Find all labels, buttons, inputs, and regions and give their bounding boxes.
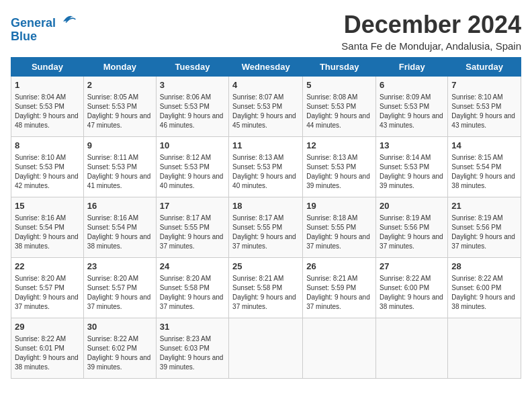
- sunrise-text: Sunrise: 8:20 AM: [160, 275, 211, 282]
- day-number: 21: [451, 200, 517, 212]
- col-friday: Friday: [376, 58, 448, 77]
- daylight-text: Daylight: 9 hours and 39 minutes.: [87, 354, 151, 371]
- sunset-text: Sunset: 5:54 PM: [451, 163, 501, 171]
- col-monday: Monday: [83, 58, 156, 77]
- day-number: 12: [306, 140, 372, 152]
- day-number: 24: [160, 261, 225, 273]
- sunset-text: Sunset: 5:55 PM: [232, 224, 282, 231]
- calendar-week-row: 1Sunrise: 8:04 AMSunset: 5:53 PMDaylight…: [11, 77, 521, 137]
- col-tuesday: Tuesday: [156, 58, 228, 77]
- sunset-text: Sunset: 5:55 PM: [160, 224, 210, 231]
- daylight-text: Daylight: 9 hours and 38 minutes.: [380, 293, 443, 310]
- table-row: 9Sunrise: 8:11 AMSunset: 5:53 PMDaylight…: [83, 137, 156, 197]
- sunset-text: Sunset: 5:53 PM: [306, 103, 356, 110]
- sunrise-text: Sunrise: 8:16 AM: [15, 214, 66, 222]
- col-wednesday: Wednesday: [229, 58, 303, 77]
- day-number: 10: [160, 140, 225, 152]
- table-row: 6Sunrise: 8:09 AMSunset: 5:53 PMDaylight…: [376, 77, 448, 137]
- daylight-text: Daylight: 9 hours and 37 minutes.: [232, 293, 296, 310]
- sunset-text: Sunset: 5:53 PM: [15, 103, 64, 110]
- sunset-text: Sunset: 5:53 PM: [232, 163, 282, 171]
- table-row: 28Sunrise: 8:22 AMSunset: 6:00 PMDayligh…: [448, 258, 521, 318]
- sunrise-text: Sunrise: 8:10 AM: [451, 93, 502, 101]
- day-number: 25: [232, 261, 299, 273]
- title-block: December 2024 Santa Fe de Mondujar, Anda…: [341, 11, 521, 52]
- sunset-text: Sunset: 6:01 PM: [15, 345, 64, 352]
- daylight-text: Daylight: 9 hours and 38 minutes.: [15, 233, 79, 250]
- sunrise-text: Sunrise: 8:08 AM: [306, 93, 357, 101]
- col-saturday: Saturday: [448, 58, 521, 77]
- sunrise-text: Sunrise: 8:21 AM: [232, 275, 283, 282]
- table-row: 13Sunrise: 8:14 AMSunset: 5:53 PMDayligh…: [376, 137, 448, 197]
- sunrise-text: Sunrise: 8:04 AM: [15, 93, 66, 101]
- day-number: 29: [15, 321, 80, 333]
- daylight-text: Daylight: 9 hours and 37 minutes.: [451, 233, 515, 250]
- logo: General Blue: [11, 11, 77, 44]
- sunset-text: Sunset: 5:53 PM: [380, 103, 429, 110]
- daylight-text: Daylight: 9 hours and 46 minutes.: [160, 112, 224, 129]
- table-row: 29Sunrise: 8:22 AMSunset: 6:01 PMDayligh…: [11, 318, 84, 379]
- daylight-text: Daylight: 9 hours and 37 minutes.: [87, 293, 151, 310]
- calendar-table: Sunday Monday Tuesday Wednesday Thursday…: [11, 57, 521, 379]
- table-row: 22Sunrise: 8:20 AMSunset: 5:57 PMDayligh…: [11, 258, 84, 318]
- sunrise-text: Sunrise: 8:11 AM: [87, 154, 138, 161]
- sunrise-text: Sunrise: 8:17 AM: [160, 214, 211, 222]
- sunset-text: Sunset: 5:53 PM: [87, 103, 137, 110]
- table-row: 19Sunrise: 8:18 AMSunset: 5:55 PMDayligh…: [303, 197, 376, 258]
- sunrise-text: Sunrise: 8:20 AM: [87, 275, 138, 282]
- daylight-text: Daylight: 9 hours and 45 minutes.: [232, 112, 296, 129]
- table-row: 2Sunrise: 8:05 AMSunset: 5:53 PMDaylight…: [83, 77, 156, 137]
- sunrise-text: Sunrise: 8:22 AM: [15, 335, 66, 342]
- sunset-text: Sunset: 5:55 PM: [306, 224, 356, 231]
- table-row: 10Sunrise: 8:12 AMSunset: 5:53 PMDayligh…: [156, 137, 228, 197]
- calendar-week-row: 22Sunrise: 8:20 AMSunset: 5:57 PMDayligh…: [11, 258, 521, 318]
- daylight-text: Daylight: 9 hours and 38 minutes.: [451, 173, 515, 189]
- logo-blue-text: Blue: [11, 30, 77, 44]
- daylight-text: Daylight: 9 hours and 43 minutes.: [380, 112, 443, 129]
- table-row: 23Sunrise: 8:20 AMSunset: 5:57 PMDayligh…: [83, 258, 156, 318]
- sunrise-text: Sunrise: 8:10 AM: [15, 154, 66, 161]
- sunset-text: Sunset: 5:58 PM: [160, 284, 210, 291]
- sunrise-text: Sunrise: 8:17 AM: [232, 214, 283, 222]
- table-row: [229, 318, 303, 379]
- sunrise-text: Sunrise: 8:09 AM: [380, 93, 431, 101]
- day-number: 17: [160, 200, 225, 212]
- table-row: 30Sunrise: 8:22 AMSunset: 6:02 PMDayligh…: [83, 318, 156, 379]
- day-number: 13: [380, 140, 444, 152]
- day-number: 18: [232, 200, 299, 212]
- daylight-text: Daylight: 9 hours and 37 minutes.: [15, 293, 79, 310]
- sunset-text: Sunset: 5:53 PM: [232, 103, 282, 110]
- daylight-text: Daylight: 9 hours and 39 minutes.: [160, 354, 224, 371]
- daylight-text: Daylight: 9 hours and 41 minutes.: [87, 173, 151, 189]
- table-row: 5Sunrise: 8:08 AMSunset: 5:53 PMDaylight…: [303, 77, 376, 137]
- table-row: 12Sunrise: 8:13 AMSunset: 5:53 PMDayligh…: [303, 137, 376, 197]
- day-number: 31: [160, 321, 225, 333]
- sunrise-text: Sunrise: 8:21 AM: [306, 275, 357, 282]
- day-number: 8: [15, 140, 80, 152]
- day-number: 3: [160, 79, 225, 91]
- daylight-text: Daylight: 9 hours and 44 minutes.: [306, 112, 370, 129]
- table-row: 7Sunrise: 8:10 AMSunset: 5:53 PMDaylight…: [448, 77, 521, 137]
- day-number: 19: [306, 200, 372, 212]
- day-number: 22: [15, 261, 80, 273]
- sunrise-text: Sunrise: 8:05 AM: [87, 93, 138, 101]
- daylight-text: Daylight: 9 hours and 40 minutes.: [232, 173, 296, 189]
- sunrise-text: Sunrise: 8:19 AM: [380, 214, 431, 222]
- day-number: 20: [380, 200, 444, 212]
- table-row: [303, 318, 376, 379]
- sunrise-text: Sunrise: 8:13 AM: [232, 154, 283, 161]
- month-title: December 2024: [341, 11, 521, 39]
- day-number: 14: [451, 140, 517, 152]
- logo-text: General: [11, 11, 77, 30]
- sunrise-text: Sunrise: 8:18 AM: [306, 214, 357, 222]
- sunrise-text: Sunrise: 8:15 AM: [451, 154, 502, 161]
- table-row: 16Sunrise: 8:16 AMSunset: 5:54 PMDayligh…: [83, 197, 156, 258]
- logo-icon: [60, 11, 77, 27]
- day-number: 1: [15, 79, 80, 91]
- day-number: 4: [232, 79, 299, 91]
- sunset-text: Sunset: 5:57 PM: [87, 284, 137, 291]
- table-row: 11Sunrise: 8:13 AMSunset: 5:53 PMDayligh…: [229, 137, 303, 197]
- sunset-text: Sunset: 5:56 PM: [380, 224, 429, 231]
- day-number: 28: [451, 261, 517, 273]
- daylight-text: Daylight: 9 hours and 37 minutes.: [232, 233, 296, 250]
